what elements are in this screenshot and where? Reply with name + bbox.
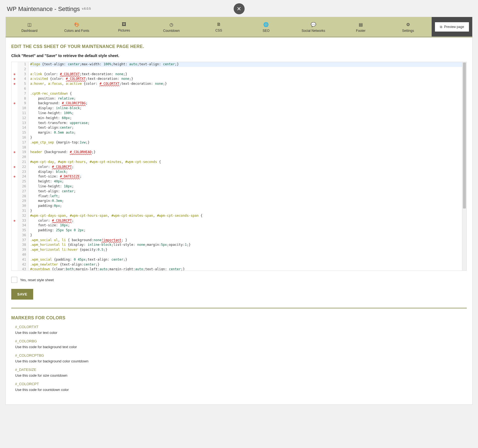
code-line[interactable]: } bbox=[30, 208, 466, 213]
tab-label: Countdown bbox=[163, 29, 180, 33]
code-line[interactable] bbox=[30, 155, 466, 160]
tab-label: Social Networks bbox=[302, 29, 325, 33]
header-bar: WP Maintenance - Settings v.6.0.5 ✕ bbox=[0, 0, 478, 17]
code-line[interactable]: min-height: 60px; bbox=[30, 116, 466, 121]
preview-page-tab[interactable]: ⧉Preview page bbox=[432, 17, 472, 36]
marker-item: #_COLORCPTBGUse this code for background… bbox=[15, 353, 467, 363]
reset-checkbox-row[interactable]: Yes, reset style sheet bbox=[11, 277, 467, 283]
code-line[interactable]: #wpm-cpt-day, #wpm-cpt-hours, #wpm-cpt-m… bbox=[30, 160, 466, 165]
tab-countdown[interactable]: ◷Countdown bbox=[148, 17, 195, 36]
code-line[interactable]: line-height: 18px; bbox=[30, 184, 466, 189]
code-line[interactable]: margin:0.3em; bbox=[30, 199, 466, 204]
code-line[interactable]: color: #_COLORCPT; bbox=[30, 165, 466, 170]
code-line[interactable]: header {background: #_COLORHEAD;} bbox=[30, 150, 466, 155]
code-line[interactable]: color: #_COLORCPT; bbox=[30, 218, 466, 223]
line-number: 38 bbox=[18, 243, 26, 247]
error-marker bbox=[12, 91, 18, 96]
code-line[interactable]: text-align:center; bbox=[30, 125, 466, 130]
code-line[interactable]: display: block; bbox=[30, 170, 466, 174]
code-line[interactable]: font-size: 10px; bbox=[30, 223, 466, 228]
code-line[interactable]: #countdown {clear:both;margin-left:auto;… bbox=[30, 267, 466, 271]
vertical-scrollbar[interactable] bbox=[462, 62, 466, 271]
markers-heading: MARKERS FOR COLORS bbox=[11, 315, 467, 320]
code-line[interactable] bbox=[30, 86, 466, 91]
code-line[interactable]: a:hover, a:focus, a:active {color: #_COL… bbox=[30, 81, 466, 86]
reset-checkbox[interactable] bbox=[11, 277, 17, 283]
tabs-bar: ◫Dashboard🎨Colors and Fonts🖼Pictures◷Cou… bbox=[5, 17, 473, 37]
marker-name: #_COLORTXT bbox=[15, 325, 467, 329]
code-area[interactable]: #logo {text-align: center;max-width: 100… bbox=[29, 62, 466, 271]
line-number: 1 bbox=[18, 62, 26, 67]
tab-seo[interactable]: 🌐SEO bbox=[242, 17, 290, 36]
code-line[interactable] bbox=[30, 252, 466, 257]
code-line[interactable]: .wpm_horizontal li {display: inline-bloc… bbox=[30, 243, 466, 247]
tab-dashboard[interactable]: ◫Dashboard bbox=[6, 17, 53, 36]
code-line[interactable]: background: #_COLORCPTBG; bbox=[30, 101, 466, 106]
marker-desc: Use this code for size countdown bbox=[15, 373, 467, 377]
tab-pictures[interactable]: 🖼Pictures bbox=[100, 17, 148, 36]
line-number: 33 bbox=[18, 218, 26, 223]
code-line[interactable]: a:link {color: #_COLORTXT;text-decoratio… bbox=[30, 72, 466, 77]
tab-settings[interactable]: ⚙Settings bbox=[384, 17, 432, 36]
error-marker bbox=[12, 233, 18, 238]
tab-label: Colors and Fonts bbox=[64, 29, 89, 33]
code-line[interactable]: line-height: 100%; bbox=[30, 111, 466, 116]
code-line[interactable]: } bbox=[30, 233, 466, 238]
code-line[interactable]: .wpm_newletter {text-align:center;} bbox=[30, 262, 466, 267]
error-marker bbox=[12, 155, 18, 160]
error-marker bbox=[12, 170, 18, 174]
code-line[interactable]: a:visited {color: #_COLORTXT;text-decora… bbox=[30, 77, 466, 81]
code-line[interactable]: font-size: #_DATESIZE; bbox=[30, 174, 466, 179]
tab-footer[interactable]: ▤Footer bbox=[337, 17, 384, 36]
code-line[interactable]: position: relative; bbox=[30, 96, 466, 101]
code-line[interactable]: #wpm-cpt-days-span, #wpm-cpt-hours-span,… bbox=[30, 213, 466, 218]
error-marker: ⊗ bbox=[12, 72, 18, 77]
code-line[interactable]: padding: 25px 5px 0 2px; bbox=[30, 228, 466, 233]
code-line[interactable]: height: 40px; bbox=[30, 179, 466, 184]
line-number: 23 bbox=[18, 170, 26, 174]
code-line[interactable]: margin: 0.5em auto; bbox=[30, 130, 466, 135]
code-line[interactable]: } bbox=[30, 135, 466, 140]
code-line[interactable] bbox=[30, 145, 466, 150]
save-button[interactable]: SAVE bbox=[11, 289, 33, 300]
code-line[interactable]: .wpm_social ul, li { background:none!imp… bbox=[30, 238, 466, 243]
error-marker bbox=[12, 179, 18, 184]
code-line[interactable]: float:left; bbox=[30, 194, 466, 199]
line-number: 12 bbox=[18, 116, 26, 121]
tab-social-networks[interactable]: 💬Social Networks bbox=[290, 17, 337, 36]
tab-css[interactable]: 🗎CSS bbox=[195, 17, 242, 36]
code-line[interactable]: text-transform: uppercase; bbox=[30, 121, 466, 126]
line-number: 17 bbox=[18, 140, 26, 145]
line-number: 37 bbox=[18, 238, 26, 243]
marker-name: #_COLORCPTBG bbox=[15, 353, 467, 357]
social-networks-icon: 💬 bbox=[292, 22, 335, 27]
code-line[interactable]: #logo {text-align: center;max-width: 100… bbox=[30, 62, 466, 67]
code-line[interactable]: .cptR-rec_countdown { bbox=[30, 91, 466, 96]
code-line[interactable]: .wpm_social {padding: 0 45px;text-align:… bbox=[30, 257, 466, 262]
error-marker bbox=[12, 125, 18, 130]
line-number: 31 bbox=[18, 208, 26, 213]
code-line[interactable]: display: inline-block; bbox=[30, 106, 466, 111]
line-number: 8 bbox=[18, 96, 26, 101]
error-marker bbox=[12, 140, 18, 145]
css-editor[interactable]: ⊗⊗⊗⊗⊗⊗⊗⊗ 1234567891011121314151617181920… bbox=[11, 62, 467, 271]
line-number: 41 bbox=[18, 257, 26, 262]
code-line[interactable]: padding:0px; bbox=[30, 204, 466, 208]
settings-icon: ⚙ bbox=[387, 22, 430, 27]
line-number: 34 bbox=[18, 223, 26, 228]
section-subheading: Click "Reset" and "Save" to retrieve the… bbox=[11, 53, 467, 58]
line-number: 35 bbox=[18, 228, 26, 233]
code-line[interactable] bbox=[30, 67, 466, 72]
code-line[interactable]: .wpm_ctp_sep {margin-top:1vw;} bbox=[30, 140, 466, 145]
version-label: v.6.0.5 bbox=[82, 7, 91, 10]
scrollbar-thumb[interactable] bbox=[463, 63, 466, 208]
close-button[interactable]: ✕ bbox=[234, 3, 245, 14]
line-number: 4 bbox=[18, 77, 26, 81]
tab-colors-and-fonts[interactable]: 🎨Colors and Fonts bbox=[53, 17, 101, 36]
code-line[interactable]: text-align: center; bbox=[30, 189, 466, 194]
code-line[interactable]: .wpm_horizontal li:hover {opacity:0.5;} bbox=[30, 247, 466, 252]
error-marker bbox=[12, 145, 18, 150]
marker-desc: Use this code for text color bbox=[15, 331, 467, 335]
tab-label: Settings bbox=[402, 29, 414, 33]
error-gutter: ⊗⊗⊗⊗⊗⊗⊗⊗ bbox=[12, 62, 18, 271]
